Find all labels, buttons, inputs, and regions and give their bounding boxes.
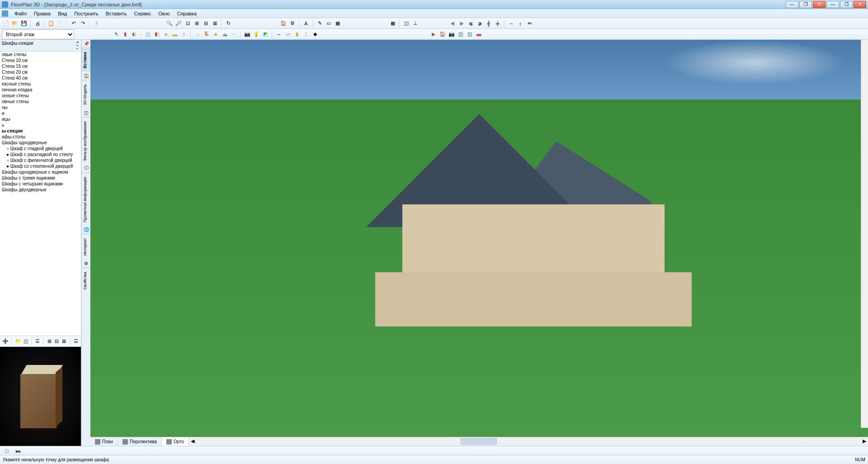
align-left-icon[interactable]: ⫷ [448,19,457,28]
view-tab-ortho[interactable]: Орто [162,437,189,446]
bottom-tool-2-icon[interactable]: 🛏 [14,447,22,455]
redo-icon[interactable]: ↷ [79,19,87,28]
catalog-list-icon[interactable]: ☰ [34,337,41,346]
preview-3d[interactable] [0,347,81,446]
vtab-internet-icon[interactable]: 🌐 [82,226,90,234]
spacing-icon[interactable]: ⇔ [525,19,533,28]
text-tool-icon[interactable]: A [302,19,310,28]
render-settings-icon[interactable]: ⚙ [288,19,297,28]
vtab-project-info[interactable]: Проектная информация [82,173,90,226]
zoom-fit-icon[interactable]: ⊞ [193,19,201,28]
select-tool-icon[interactable]: ↖ [112,30,120,38]
align-top-icon[interactable]: ⫺ [476,19,484,28]
distribute-h-icon[interactable]: ↔ [507,19,515,28]
window-tool-icon[interactable]: ◫ [144,30,152,38]
menu-service[interactable]: Сервис [130,10,155,17]
note-tool-icon[interactable]: ▮ [293,30,301,38]
mdi-close-button[interactable]: ✕ [854,1,866,8]
menu-edit[interactable]: Правка [30,10,54,17]
align-right-icon[interactable]: ⫹ [467,19,475,28]
camera-tool-icon[interactable]: 📷 [243,30,251,38]
catalog-item[interactable]: Шкафы с тремя ящиками [0,175,81,181]
opening-tool-icon[interactable]: ◧ [153,30,161,38]
new-file-icon[interactable]: 📄 [2,19,10,28]
catalog-item[interactable]: Стена 10 см [0,57,81,63]
ortho-icon[interactable]: ⊥ [411,19,420,28]
catalog-item[interactable]: Стена 20 см [0,69,81,75]
panel-close-icon[interactable]: ✕ [76,41,79,44]
catalog-item-icon[interactable]: ◫ [23,337,29,346]
catalog-item[interactable]: Шкафы с четырьмя ящиками [0,181,81,187]
catalog-item[interactable]: ицы [0,116,81,122]
zoom-window-icon[interactable]: ⊡ [184,19,192,28]
catalog-item[interactable]: Шкаф с гладкой дверцей [0,146,81,152]
catalog-item[interactable]: Шкаф со стеклянной дверцей [0,163,81,169]
rect-draw-icon[interactable]: ▭ [325,19,333,28]
catalog-item[interactable]: Шкафы двухдверные [0,187,81,193]
bottom-tool-1-icon[interactable]: ◫ [3,447,11,455]
view-tab-plan[interactable]: План [90,437,118,446]
walkthrough-icon[interactable]: 🏠 [439,30,447,38]
open-file-icon[interactable]: 📂 [11,19,19,28]
vtab-internet[interactable]: Интернет [82,234,90,259]
import-icon[interactable]: ◫ [466,30,474,38]
vtab-pin-icon[interactable]: 📌 [82,40,90,48]
menu-insert[interactable]: Вставить [102,10,131,17]
vtab-filter-icon[interactable]: ◫ [82,109,90,117]
scroll-right-icon[interactable]: ▶ [863,438,866,444]
zoom-in-icon[interactable]: 🔍 [165,19,174,28]
panel-expand-icon[interactable]: « [76,47,79,50]
symbol-tool-icon[interactable]: ◈ [212,30,220,38]
vtab-insert[interactable]: Вставка [82,48,90,72]
catalog-item[interactable]: онные стены [0,93,81,99]
scroll-left-icon[interactable]: ◀ [191,438,194,444]
viewport-scrollbar-v[interactable] [861,40,868,428]
snapshot-icon[interactable]: 📷 [448,30,456,38]
viewport-scrollbar-h[interactable]: ◀ ▶ [189,437,868,446]
grid-icon[interactable]: ▦ [389,19,397,28]
undo-icon[interactable]: ↶ [70,19,78,28]
zoom-out-icon[interactable]: 🔎 [175,19,183,28]
catalog-add-icon[interactable]: ➕ [2,337,9,346]
catalog-item[interactable]: ы-секции [0,128,81,134]
catalog-item[interactable]: Стена 15 см [0,63,81,69]
catalog-item[interactable]: пичная кладка [0,87,81,93]
help-icon[interactable]: ? [92,19,100,28]
catalog-item[interactable]: афы-столы [0,134,81,140]
vtab-3d-icon[interactable]: 🏠 [82,72,90,80]
vtab-image-filter[interactable]: Фильтр изображения [82,117,90,165]
catalog-item[interactable]: касные стены [0,81,81,87]
menu-help[interactable]: Справка [174,10,200,17]
menu-build[interactable]: Построить [71,10,102,17]
catalog-sort-icon[interactable]: ☰ [73,337,79,346]
menu-view[interactable]: Вид [54,10,71,17]
roof-tool-icon[interactable]: ⌂ [193,30,202,38]
terrain-tool-icon[interactable]: ⛰ [221,30,229,38]
align-middle-icon[interactable]: ╫ [485,19,493,28]
catalog-item[interactable]: ь [0,122,81,128]
vtab-3d-model[interactable]: 3D-Модель [82,80,90,109]
path-tool-icon[interactable]: 〰 [230,30,238,38]
catalog-view2-icon[interactable]: ⊟ [53,337,60,346]
zoom-extents-icon[interactable]: ⊟ [202,19,210,28]
3d-viewport[interactable] [90,40,868,437]
scroll-thumb[interactable] [461,438,497,445]
misc-tool-icon[interactable]: ◆ [311,30,319,38]
maximize-button[interactable]: ❐ [799,1,812,8]
label-tool-icon[interactable]: ▯ [302,30,310,38]
view-tab-perspective[interactable]: Перспектива [118,437,162,446]
menu-file[interactable]: Файл [11,10,30,17]
catalog-item[interactable]: овные стены [0,99,81,104]
copy-icon[interactable]: 📋 [47,19,55,28]
mdi-maximize-button[interactable]: ❐ [840,1,853,8]
catalog-item[interactable]: Шкаф с филенчатой дверцей [0,157,81,163]
column-tool-icon[interactable]: ▬ [171,30,179,38]
catalog-folder-icon[interactable]: 📁 [14,337,22,346]
render-icon[interactable]: 🏠 [279,19,288,28]
minimize-button[interactable]: — [786,1,798,8]
close-button[interactable]: ✕ [813,1,826,8]
door-tool-icon[interactable]: ◐ [130,30,138,38]
vtab-info-icon[interactable]: ⓘ [82,165,90,173]
snap-icon[interactable]: ◫ [402,19,410,28]
line-draw-icon[interactable]: ✎ [316,19,324,28]
